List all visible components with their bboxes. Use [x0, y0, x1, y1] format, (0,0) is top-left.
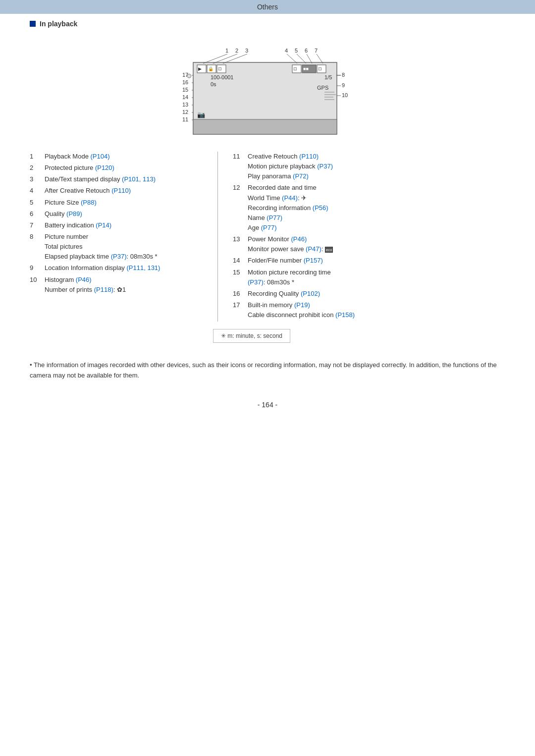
list-item: 7 Battery indication (P14) — [30, 220, 208, 230]
note-area: • The information of images recorded wit… — [30, 360, 505, 381]
list-item: 3 Date/Text stamped display (P101, 113) — [30, 174, 208, 184]
svg-text:⊡: ⊡ — [293, 66, 297, 71]
page-header: Others — [0, 0, 535, 14]
svg-text:1: 1 — [225, 48, 228, 54]
svg-text:0s: 0s — [211, 81, 216, 87]
info-lists: 1 Playback Mode (P104) 2 Protected pictu… — [30, 152, 505, 322]
page-number: - 164 - — [0, 401, 535, 429]
svg-rect-1 — [193, 119, 337, 134]
svg-text:12: 12 — [182, 109, 188, 115]
list-item: 5 Picture Size (P88) — [30, 198, 208, 208]
list-item: 17 Built-in memory (P19) Cable disconnec… — [233, 300, 505, 320]
svg-text:10: 10 — [342, 92, 348, 98]
svg-text:4: 4 — [285, 48, 288, 54]
svg-text:100-0001: 100-0001 — [211, 74, 234, 80]
svg-text:▶: ▶ — [198, 66, 202, 71]
section-title-text: In playback — [40, 20, 77, 28]
list-item: 9 Location Information display (P111, 13… — [30, 263, 208, 273]
footnote-box: ✳ m: minute, s: second — [213, 329, 290, 343]
header-label: Others — [257, 3, 278, 11]
list-item: 4 After Creative Retouch (P110) — [30, 186, 208, 196]
title-square-icon — [30, 21, 36, 27]
svg-text:6: 6 — [305, 48, 308, 54]
svg-text:14: 14 — [182, 94, 188, 100]
svg-text:⊡: ⊡ — [318, 66, 322, 71]
footnote-content: ✳ m: minute, s: second — [221, 332, 282, 339]
right-list: 11 Creative Retouch (P110) Motion pictur… — [218, 152, 505, 322]
svg-line-48 — [287, 54, 297, 63]
svg-text:1/5: 1/5 — [324, 74, 332, 80]
svg-text:17: 17 — [182, 72, 188, 78]
list-item: 8 Picture number Total pictures Elapsed … — [30, 232, 208, 262]
left-list: 1 Playback Mode (P104) 2 Protected pictu… — [30, 152, 218, 322]
list-item: 10 Histogram (P46) Number of prints (P11… — [30, 275, 208, 295]
svg-text:15: 15 — [182, 87, 188, 93]
section-title: In playback — [30, 20, 505, 28]
list-item: 11 Creative Retouch (P110) Motion pictur… — [233, 152, 505, 181]
svg-text:🔒: 🔒 — [208, 66, 214, 72]
svg-text:8: 8 — [342, 72, 345, 78]
list-item: 12 Recorded date and time World Time (P4… — [233, 183, 505, 233]
svg-text:9: 9 — [342, 82, 345, 88]
note-content: • The information of images recorded wit… — [30, 361, 497, 379]
svg-text:GPS: GPS — [317, 85, 328, 91]
list-item: 15 Motion picture recording time (P37): … — [233, 268, 505, 287]
svg-line-41 — [203, 54, 227, 63]
list-item: 1 Playback Mode (P104) — [30, 152, 208, 162]
playback-diagram: ▶ 🔒 ⊡ ⊡ ■■ ⊡ ⚙ 100-0001 0s 1/5 GPS 📷 17 … — [139, 38, 396, 147]
svg-text:3: 3 — [245, 48, 248, 54]
svg-line-43 — [223, 54, 247, 63]
diagram-container: ▶ 🔒 ⊡ ⊡ ■■ ⊡ ⚙ 100-0001 0s 1/5 GPS 📷 17 … — [0, 38, 535, 147]
list-item: 13 Power Monitor (P46) Monitor power sav… — [233, 234, 505, 254]
svg-text:13: 13 — [182, 102, 188, 108]
page-number-text: - 164 - — [258, 401, 277, 409]
svg-text:11: 11 — [182, 116, 188, 122]
list-item: 16 Recording Quality (P102) — [233, 289, 505, 299]
list-item: 6 Quality (P89) — [30, 209, 208, 219]
svg-text:2: 2 — [235, 48, 238, 54]
svg-line-50 — [307, 54, 312, 63]
svg-text:📷: 📷 — [197, 110, 206, 119]
svg-line-49 — [297, 54, 306, 63]
svg-text:16: 16 — [182, 79, 188, 85]
svg-line-51 — [317, 54, 323, 63]
svg-text:■■: ■■ — [303, 66, 309, 71]
svg-line-42 — [213, 54, 237, 63]
svg-text:7: 7 — [315, 48, 318, 54]
list-item: 2 Protected picture (P120) — [30, 163, 208, 173]
svg-text:5: 5 — [295, 48, 298, 54]
svg-text:⊡: ⊡ — [218, 66, 222, 71]
footnote-text: ✳ m: minute, s: second — [213, 329, 290, 343]
list-item: 14 Folder/File number (P157) — [233, 256, 505, 266]
